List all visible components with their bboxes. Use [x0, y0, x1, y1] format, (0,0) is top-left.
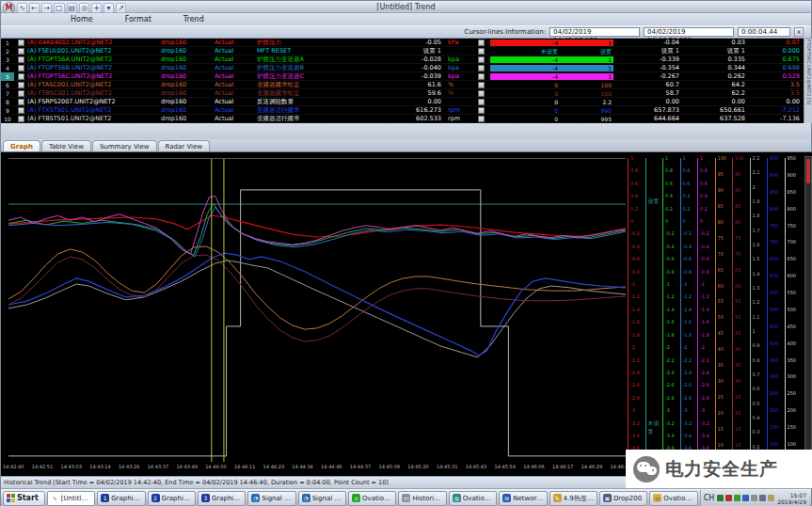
table-side-strip[interactable]: FTOPT56C.UNIT2@NET2 [5]	[804, 39, 812, 123]
checkbox-icon[interactable]	[478, 40, 485, 46]
splitter-strip[interactable]	[1, 123, 811, 139]
tab-table-view[interactable]: Table View	[41, 140, 91, 151]
checkbox-icon[interactable]	[478, 48, 485, 55]
table-row[interactable]: 4(A) FTOPT56B.UNIT2@NET2drop160Actual炉膛压…	[1, 64, 804, 72]
chart-scrollbar-thumb[interactable]	[806, 159, 810, 183]
taskbar-button[interactable]: ◔Signal Diagra...	[247, 491, 295, 506]
checkbox-icon[interactable]	[478, 116, 485, 122]
checkbox-icon[interactable]	[478, 56, 485, 63]
dropdown-icon[interactable]: ▾	[103, 3, 114, 13]
zoom-icon[interactable]: ◎	[79, 3, 89, 13]
axis-tick-label: 450	[788, 324, 801, 329]
taskbar-button[interactable]: ⧉Network and...	[499, 491, 547, 506]
cursor-info-strip: Cursor-lines Information: 04/02/2019 14:…	[1, 25, 811, 39]
cursor-info-close-icon[interactable]: x	[794, 27, 804, 37]
axis-line	[767, 158, 768, 462]
axis-tick-label: 500	[770, 308, 783, 312]
table-row[interactable]: 2(A) FSEUL001.UNIT2@NET2drop160ActualMFT…	[1, 47, 804, 55]
point-unit: rpm	[445, 115, 473, 123]
table-row[interactable]: 5(A) FTOPT56C.UNIT2@NET2drop160Actual炉膛压…	[1, 72, 804, 81]
back-arrow-icon[interactable]: ←	[29, 3, 40, 13]
range-bar: -41	[490, 40, 613, 46]
table-row[interactable]: 10(A) FTBST501.UNIT2@NET2drop160Actual变频…	[1, 115, 804, 123]
checkbox-icon[interactable]	[18, 48, 24, 55]
ribbon-tab-home[interactable]: Home	[67, 14, 97, 24]
axis-tick-label: 0.9	[753, 343, 766, 348]
table-row[interactable]: 6(A) FTASC001.UNIT2@NET2drop160Actual变频器…	[1, 81, 804, 89]
axis-tick-label: 0.6	[665, 182, 678, 186]
spark-icon[interactable]: ↗	[116, 3, 126, 13]
cursor-time2-field[interactable]: 04/02/2019 14:44:01.600	[644, 27, 734, 37]
tray-icon[interactable]	[768, 495, 774, 501]
range-min: 0	[554, 106, 558, 115]
checkbox-icon[interactable]	[478, 107, 485, 114]
forward-arrow-icon[interactable]: →	[41, 3, 52, 13]
checkbox-icon[interactable]	[18, 73, 24, 80]
taskbar-button[interactable]: ▤Ovation App...	[649, 491, 697, 506]
checkbox-icon[interactable]	[478, 82, 485, 88]
tray-icon[interactable]	[725, 495, 732, 501]
checkbox-icon[interactable]	[18, 65, 24, 71]
trend-chart-icon[interactable]: ∿	[17, 3, 27, 13]
row-checkbox2-cell	[473, 73, 488, 80]
checkbox-icon[interactable]	[18, 40, 24, 46]
taskbar-button[interactable]: ◔Signal Diagra...	[298, 491, 346, 506]
language-indicator[interactable]: CH	[704, 494, 715, 502]
tray-icon[interactable]	[759, 495, 766, 501]
add-icon[interactable]: +	[91, 3, 102, 13]
taskbar-button[interactable]: ▣Drop200	[599, 491, 647, 506]
axis-transmitter-c: 10.80.60.40.20-0.2-0.4-0.6-0.8-1-1.2-1.4…	[695, 158, 713, 462]
table-row[interactable]: 9(A) FTXST501.UNIT2@NET2drop160Actual变频器…	[1, 106, 804, 115]
ribbon-tab-trend[interactable]: Trend	[180, 14, 208, 24]
taskbar-button[interactable]: ✎4.9热压调...	[549, 491, 597, 506]
tray-icon[interactable]	[751, 495, 757, 501]
axis-tick-label: 80	[718, 220, 731, 225]
table-row[interactable]: 8(A) FSRPS2007.UNIT2@NET2drop160Actual反送…	[1, 98, 804, 106]
grid-icon[interactable]: ▤	[67, 3, 78, 13]
checkbox-icon[interactable]	[478, 65, 485, 71]
chart-scrollbar[interactable]	[804, 156, 812, 466]
axis-tick-label: -0.2	[630, 231, 644, 236]
checkbox-icon[interactable]	[18, 56, 24, 63]
point-value: 616.273	[389, 106, 445, 115]
window-icon[interactable]: ▢	[54, 3, 65, 13]
taskbar-button[interactable]: ∿[Untitled] T...	[47, 491, 95, 506]
tray-icon[interactable]	[734, 495, 740, 501]
taskbar-button[interactable]: ◍Ovation Poin...	[449, 491, 497, 506]
point-value: -0.039	[389, 72, 445, 81]
ribbon-tab-format[interactable]: Format	[121, 14, 155, 24]
checkbox-icon[interactable]	[18, 116, 24, 122]
tray-icon[interactable]	[717, 495, 724, 501]
taskbar-clock[interactable]: 15:07 2019/4/29	[777, 492, 806, 505]
taskbar-button[interactable]: ●Ovation Alar...	[348, 491, 396, 506]
tab-radar-view[interactable]: Radar View	[158, 140, 210, 151]
checkbox-icon[interactable]	[478, 99, 485, 105]
table-row[interactable]: 1(A) 04A04002.UNIT2@NET2drop160Actual炉膛压…	[1, 39, 804, 47]
taskbar-button[interactable]: 2Graphics - -...	[148, 491, 196, 506]
clock-date: 2019/4/29	[777, 498, 806, 505]
table-row[interactable]: 3(A) FTOPT56A.UNIT2@NET2drop160Actual炉膛压…	[1, 55, 804, 64]
checkbox-icon[interactable]	[18, 99, 24, 105]
taskbar-button[interactable]: 1Graphics - -...	[97, 491, 145, 506]
checkbox-icon[interactable]	[18, 90, 24, 97]
cursor-delta-field[interactable]: 0:00:04.44	[738, 27, 790, 37]
cursor-time1-field[interactable]: 04/02/2019 14:43:57.160	[549, 27, 640, 37]
table-row[interactable]: 7(A) FTBSC001.UNIT2@NET2drop160Actual变频器…	[1, 89, 804, 98]
tab-summary-view[interactable]: Summary View	[92, 140, 157, 151]
tab-graph[interactable]: Graph	[3, 140, 40, 151]
axis-tick-label: 60	[735, 284, 748, 289]
start-button[interactable]: Start	[3, 491, 45, 506]
axis-tick-label: -1.8	[630, 333, 644, 338]
checkbox-icon[interactable]	[478, 90, 485, 97]
taskbar-button[interactable]: ▭Historical Re...	[398, 491, 446, 506]
checkbox-icon[interactable]	[18, 82, 24, 88]
axis-tick-label: 400	[770, 341, 783, 346]
taskbar-button[interactable]: 3Graphics - -...	[198, 491, 246, 506]
axis-tick-label: -0.4	[665, 245, 678, 249]
time-tick-label: 14:44:57	[350, 464, 371, 469]
checkbox-icon[interactable]	[478, 73, 485, 80]
axis-tick-label: -1	[700, 282, 713, 287]
cursor2-value: 637.528	[683, 115, 749, 123]
tray-icon[interactable]	[742, 495, 749, 501]
checkbox-icon[interactable]	[18, 107, 24, 114]
